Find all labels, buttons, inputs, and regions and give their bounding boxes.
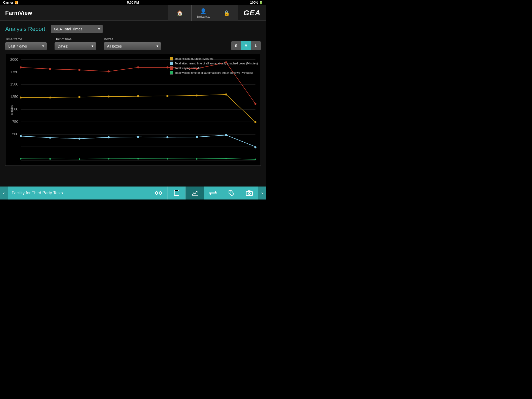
battery-indicator: 100% 🔋 bbox=[250, 1, 263, 4]
svg-point-16 bbox=[20, 66, 22, 69]
svg-point-53 bbox=[157, 192, 159, 194]
svg-point-44 bbox=[49, 158, 51, 160]
svg-point-42 bbox=[254, 146, 256, 148]
legend-color-milking bbox=[170, 57, 173, 61]
header-nav: 🏠 👤 thirdparty.te 🔒 bbox=[168, 5, 238, 21]
report-type-select[interactable]: GEA Total Times bbox=[51, 25, 103, 33]
svg-point-49 bbox=[196, 158, 198, 160]
size-large-button[interactable]: L bbox=[251, 41, 261, 50]
report-dropdown-wrapper[interactable]: GEA Total Times ▼ bbox=[51, 25, 103, 33]
legend-item-staying: TotalStayingTimeMin bbox=[170, 66, 258, 70]
lock-nav-item[interactable]: 🔒 bbox=[215, 5, 238, 21]
carrier-label: Carrier bbox=[3, 1, 13, 4]
svg-point-39 bbox=[167, 136, 169, 138]
svg-point-45 bbox=[79, 158, 80, 160]
timeframe-select[interactable]: Last 7 daysLast 14 daysLast 30 days bbox=[5, 42, 47, 50]
battery-label: 100% bbox=[250, 1, 258, 4]
report-button[interactable] bbox=[167, 187, 185, 200]
user-label: thirdparty.te bbox=[197, 15, 210, 18]
svg-point-51 bbox=[255, 159, 256, 160]
legend-color-staying bbox=[170, 66, 173, 70]
report-title: Analysis Report: bbox=[5, 26, 47, 32]
tag-button[interactable] bbox=[222, 187, 240, 200]
user-icon: 👤 bbox=[200, 8, 207, 14]
y-axis-label: Minutes bbox=[10, 105, 13, 115]
home-nav-item[interactable]: 🏠 bbox=[168, 5, 191, 21]
svg-point-24 bbox=[254, 103, 256, 105]
size-small-button[interactable]: S bbox=[231, 41, 241, 50]
chart-legend: Total milking duration (Minutes) Total a… bbox=[170, 57, 258, 75]
svg-point-30 bbox=[167, 95, 169, 97]
legend-item-attachment: Total attachment time of all automatical… bbox=[170, 62, 258, 65]
svg-text:1750: 1750 bbox=[10, 70, 18, 74]
boxes-select-wrapper[interactable]: All boxesBox 1Box 2 ▼ bbox=[104, 42, 161, 50]
svg-point-46 bbox=[108, 158, 110, 159]
svg-point-33 bbox=[254, 121, 256, 123]
status-bar: Carrier 📶 5:00 PM 100% 🔋 bbox=[0, 0, 266, 5]
legend-label-milking: Total milking duration (Minutes) bbox=[175, 57, 214, 60]
legend-label-waiting: Total waiting time of all automatically … bbox=[175, 71, 253, 74]
unit-select[interactable]: Day(s)Week(s)Month(s) bbox=[55, 42, 96, 50]
boxes-label: Boxes bbox=[104, 37, 161, 41]
svg-text:500: 500 bbox=[12, 132, 18, 136]
camera-button[interactable] bbox=[240, 187, 258, 200]
status-time: 5:00 PM bbox=[127, 1, 139, 4]
main-content: Analysis Report: GEA Total Times ▼ Time … bbox=[0, 21, 266, 187]
unit-filter: Unit of time Day(s)Week(s)Month(s) ▼ bbox=[55, 37, 96, 50]
boxes-filter: Boxes All boxesBox 1Box 2 ▼ bbox=[104, 37, 161, 50]
home-icon: 🏠 bbox=[177, 10, 183, 16]
header: FarmView 🏠 👤 thirdparty.te 🔒 GEA bbox=[0, 5, 266, 21]
svg-marker-65 bbox=[209, 192, 211, 195]
svg-point-47 bbox=[137, 158, 139, 159]
legend-color-attachment bbox=[170, 62, 173, 65]
legend-item-waiting: Total waiting time of all automatically … bbox=[170, 71, 258, 75]
svg-point-26 bbox=[49, 96, 51, 98]
svg-rect-58 bbox=[175, 190, 178, 191]
bottom-bar: ‹ Facility for Third Party Tests bbox=[0, 187, 266, 200]
bottom-expand-button[interactable]: › bbox=[258, 187, 266, 200]
svg-point-18 bbox=[78, 69, 81, 71]
svg-text:1250: 1250 bbox=[10, 95, 18, 99]
timeframe-filter: Time frame Last 7 daysLast 14 daysLast 3… bbox=[5, 37, 47, 50]
eye-button[interactable] bbox=[149, 187, 167, 200]
svg-point-66 bbox=[230, 191, 231, 192]
svg-point-19 bbox=[108, 70, 110, 72]
svg-marker-64 bbox=[215, 191, 217, 194]
svg-point-50 bbox=[225, 158, 227, 159]
bottom-bar-title: Facility for Third Party Tests bbox=[8, 191, 149, 195]
timeframe-label: Time frame bbox=[5, 37, 47, 41]
svg-point-41 bbox=[225, 134, 227, 136]
svg-point-32 bbox=[225, 94, 227, 96]
svg-point-37 bbox=[108, 136, 110, 138]
svg-point-36 bbox=[78, 138, 81, 140]
svg-point-31 bbox=[196, 95, 198, 97]
brand-title: FarmView bbox=[0, 10, 168, 16]
transfer-button[interactable] bbox=[204, 187, 222, 200]
svg-point-43 bbox=[20, 158, 22, 159]
timeframe-select-wrapper[interactable]: Last 7 daysLast 14 daysLast 30 days ▼ bbox=[5, 42, 47, 50]
unit-select-wrapper[interactable]: Day(s)Week(s)Month(s) ▼ bbox=[55, 42, 96, 50]
svg-point-29 bbox=[137, 95, 139, 97]
svg-point-34 bbox=[20, 135, 22, 137]
legend-color-waiting bbox=[170, 71, 173, 75]
boxes-select[interactable]: All boxesBox 1Box 2 bbox=[104, 42, 161, 50]
size-medium-button[interactable]: M bbox=[241, 41, 251, 50]
analytics-button[interactable] bbox=[185, 187, 204, 200]
svg-point-20 bbox=[137, 66, 139, 69]
chart-container: Minutes Total milking duration (Minutes)… bbox=[5, 54, 261, 166]
user-nav-item[interactable]: 👤 thirdparty.te bbox=[191, 5, 215, 21]
svg-point-40 bbox=[196, 136, 198, 138]
svg-text:750: 750 bbox=[12, 119, 18, 124]
svg-point-25 bbox=[20, 96, 22, 98]
legend-label-attachment: Total attachment time of all automatical… bbox=[175, 62, 258, 65]
svg-rect-67 bbox=[246, 191, 252, 196]
svg-point-48 bbox=[167, 158, 168, 159]
filters-row: Time frame Last 7 daysLast 14 daysLast 3… bbox=[5, 37, 261, 50]
bottom-bar-icons bbox=[149, 187, 258, 200]
report-header: Analysis Report: GEA Total Times ▼ bbox=[5, 25, 261, 33]
svg-point-21 bbox=[167, 66, 169, 69]
status-left: Carrier 📶 bbox=[3, 1, 18, 4]
unit-label: Unit of time bbox=[55, 37, 96, 41]
svg-point-35 bbox=[49, 137, 51, 139]
bottom-back-button[interactable]: ‹ bbox=[0, 187, 8, 200]
